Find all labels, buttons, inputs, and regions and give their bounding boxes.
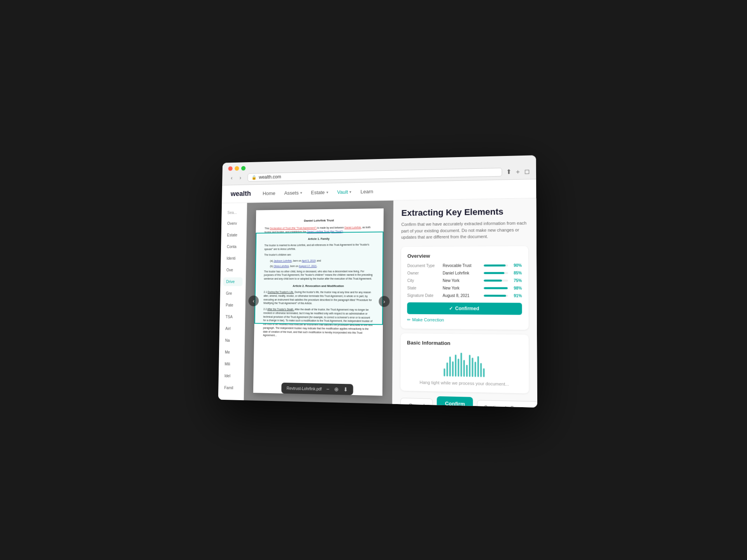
pdf-viewer: ‹ Daniel Lohrfink Trust This Declaration… [244, 200, 393, 404]
make-correction-link[interactable]: ✏ Make Correction [407, 317, 522, 323]
confirmed-label: Confirmed [455, 305, 479, 311]
sidebar-item-na[interactable]: Na [222, 336, 242, 345]
nav-estate-label: Estate [311, 189, 325, 195]
extensions-icon[interactable]: ◻ [524, 167, 530, 176]
owner-bar-fill [484, 271, 504, 273]
confirmed-button[interactable]: ✓ Confirmed [407, 302, 522, 314]
pdf-filename: Revtrust-Lohrfink.pdf [287, 386, 322, 391]
state-label: State [407, 285, 443, 290]
waveform-bar [474, 361, 476, 376]
sidebar-item-famil[interactable]: Famil [221, 383, 241, 392]
waveform-bar [446, 362, 448, 376]
pdf-article2-title: Article 2. Revocation and Modification [264, 284, 374, 288]
sidebar-item-gre[interactable]: Gre [223, 289, 242, 298]
pdf-children-intro: The trustor's children are: [264, 252, 374, 257]
overview-section-title: Overview [407, 252, 522, 259]
state-bar-bg [484, 287, 508, 289]
city-label: City [407, 278, 443, 282]
state-value: New York [443, 285, 484, 290]
sidebar-item-identi[interactable]: Identi [224, 254, 243, 262]
nav-home[interactable]: Home [263, 190, 275, 196]
continue-summary-button[interactable]: Continue to Summary [477, 399, 537, 407]
nav-assets[interactable]: Assets ▾ [284, 190, 302, 196]
waveform-bar [460, 352, 462, 376]
sig-date-pct: 91% [510, 293, 522, 298]
sidebar-item-mili[interactable]: Mili [222, 359, 241, 368]
maximize-button[interactable] [241, 166, 245, 170]
owner-value: Daniel Lohrfink [443, 271, 484, 275]
waveform-bar [444, 368, 445, 376]
waveform-bar [472, 357, 473, 377]
pdf-highlight-daniel: Daniel Lohrfink [344, 226, 361, 229]
app-content: wealth Home Assets ▾ Estate ▾ Vault ▾ [218, 179, 537, 408]
left-sidebar: Sea... Overv Estate Conta Identi Ove Dri… [218, 203, 247, 400]
overview-card: Overview Document Type Revocable Trust 9… [401, 246, 529, 329]
pdf-married-text: The trustor is married to Anna Lohrfink,… [264, 243, 374, 251]
pdf-zoom-out-button[interactable]: − [326, 386, 330, 392]
share-icon[interactable]: ⬆ [506, 168, 512, 176]
overview-row-state: State New York 98% [407, 285, 522, 290]
nav-vault[interactable]: Vault ▾ [337, 189, 351, 195]
lock-icon: 🔒 [252, 175, 257, 180]
overview-row-doc-type: Document Type Revocable Trust 90% [407, 263, 522, 268]
owner-label: Owner [407, 271, 443, 275]
toolbar-actions: ⬆ ＋ ◻ [506, 167, 530, 176]
pdf-child-a: (a) Jackson Lohrfink, born on April 5, 2… [264, 259, 374, 263]
app-logo: wealth [231, 189, 251, 198]
cancel-button[interactable]: Cancel [400, 397, 433, 407]
panel-subtitle: Confirm that we have accurately extracte… [401, 220, 528, 240]
pdf-april-date: April 5, 2019 [302, 259, 316, 262]
sig-date-value: August 8, 2021 [443, 293, 484, 298]
sidebar-search[interactable]: Sea... [224, 209, 244, 216]
vault-chevron-icon: ▾ [349, 189, 351, 194]
waveform-bar [449, 356, 451, 376]
forward-button[interactable]: › [237, 174, 244, 182]
sidebar-item-overv[interactable]: Overv [224, 219, 244, 228]
owner-bar-bg [484, 271, 508, 273]
sidebar-item-ove[interactable]: Ove [223, 266, 243, 274]
nav-learn[interactable]: Learn [361, 188, 374, 194]
sig-date-bar-bg [484, 294, 508, 296]
assets-chevron-icon: ▾ [300, 191, 302, 195]
close-button[interactable] [228, 166, 232, 171]
browser-window: ‹ › 🔒 wealth.com ⬆ ＋ ◻ wealth Home [218, 155, 537, 408]
pdf-trustors-life-heading: During the Trustor's Life. [268, 290, 294, 293]
sidebar-item-drive[interactable]: Drive [223, 277, 243, 286]
bottom-actions: Cancel Confirm All Continue to Summary [400, 395, 529, 408]
city-bar-bg [484, 279, 508, 281]
sidebar-item-me[interactable]: Me [222, 348, 241, 357]
minimize-button[interactable] [235, 166, 239, 171]
waveform-bar [483, 368, 484, 377]
waveform-bar [469, 354, 470, 376]
pdf-intro-text: This Declaration of Trust (the "Trust Ag… [265, 225, 374, 234]
nav-links: Home Assets ▾ Estate ▾ Vault ▾ Learn [263, 188, 373, 196]
back-button[interactable]: ‹ [228, 174, 235, 181]
pdf-download-button[interactable]: ⬇ [343, 386, 348, 392]
doc-type-bar-fill [484, 264, 505, 266]
sidebar-item-pate[interactable]: Pate [223, 301, 242, 310]
pdf-highlight-declaration: Declaration of Trust (the "Trust Agreeme… [270, 226, 316, 229]
address-bar[interactable]: 🔒 wealth.com [247, 168, 502, 181]
new-tab-icon[interactable]: ＋ [515, 167, 521, 176]
sidebar-item-tsa[interactable]: TSA [223, 312, 242, 321]
owner-confidence: 85% [484, 270, 522, 275]
nav-assets-label: Assets [284, 190, 298, 196]
waveform-bar [452, 361, 453, 376]
state-bar-fill [484, 287, 507, 289]
waveform-bar [480, 362, 482, 376]
confirm-all-button[interactable]: Confirm All [437, 396, 473, 408]
doc-type-pct: 90% [510, 263, 522, 267]
pencil-icon: ✏ [407, 317, 410, 322]
pdf-article2-2: 2.2 After the Trustor's Death. After the… [263, 307, 374, 338]
panel-title: Extracting Key Elements [402, 206, 528, 218]
pdf-next-button[interactable]: › [379, 296, 389, 307]
pdf-prev-button[interactable]: ‹ [248, 295, 259, 306]
sidebar-item-estate[interactable]: Estate [224, 231, 244, 240]
pdf-zoom-in-button[interactable]: ⊕ [334, 386, 338, 392]
nav-estate[interactable]: Estate ▾ [311, 189, 328, 195]
city-confidence: 75% [484, 278, 522, 282]
sidebar-item-airl[interactable]: Airl [222, 324, 242, 333]
sidebar-item-idel[interactable]: Idel [221, 371, 241, 381]
state-pct: 98% [510, 285, 522, 290]
sidebar-item-conta[interactable]: Conta [224, 242, 243, 251]
